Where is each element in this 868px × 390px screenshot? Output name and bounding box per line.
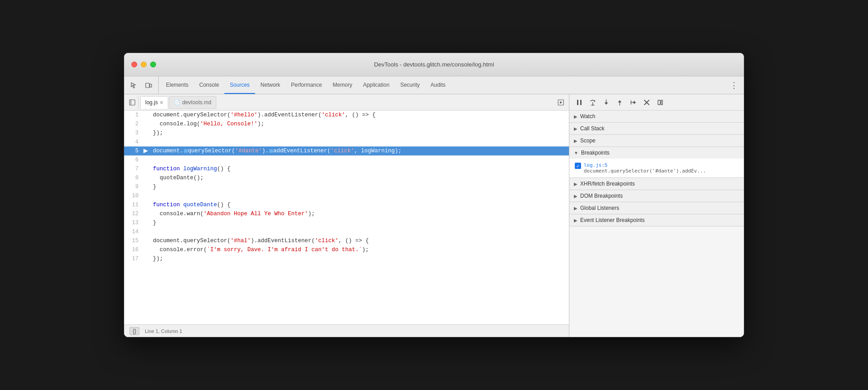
tab-bar-right: ⋮ (728, 76, 740, 94)
breakpoint-checkbox[interactable]: ✓ (575, 163, 581, 169)
svg-rect-0 (146, 83, 149, 88)
dom-breakpoints-header[interactable]: ▶ DOM Breakpoints (569, 190, 744, 202)
global-listeners-arrow: ▶ (574, 206, 577, 211)
maximize-button[interactable] (150, 62, 156, 67)
device-toolbar-icon[interactable] (142, 79, 155, 92)
devtools-window: DevTools - devtools.glitch.me/console/lo… (124, 53, 744, 337)
code-line-7: 7 function logWarning() { (124, 164, 569, 173)
code-line-14: 14 (124, 227, 569, 236)
file-icon: 📄 (174, 99, 180, 105)
tab-audits[interactable]: Audits (425, 76, 451, 94)
sidebar-toggle-button[interactable] (126, 96, 139, 109)
svg-rect-21 (658, 100, 660, 105)
dom-breakpoints-section: ▶ DOM Breakpoints (569, 190, 744, 202)
minimize-button[interactable] (141, 62, 147, 67)
breakpoints-content: ✓ log.js:5 document.querySelector('#dant… (569, 159, 744, 177)
watch-header[interactable]: ▶ Watch (569, 111, 744, 122)
status-bar: {} Line 1, Column 1 (124, 324, 569, 337)
xhr-breakpoints-header[interactable]: ▶ XHR/fetch Breakpoints (569, 178, 744, 190)
event-listener-arrow: ▶ (574, 218, 577, 223)
svg-marker-6 (143, 149, 148, 153)
tab-memory[interactable]: Memory (327, 76, 358, 94)
scope-header[interactable]: ▶ Scope (569, 135, 744, 146)
step-out-button[interactable] (613, 96, 626, 109)
code-line-1: 1 document.querySelector('#hello').addEv… (124, 111, 569, 120)
event-listener-breakpoints-header[interactable]: ▶ Event Listener Breakpoints (569, 214, 744, 226)
breakpoints-section: ▼ Breakpoints ✓ log.js:5 document.queryS… (569, 147, 744, 178)
breakpoint-item-1: ✓ log.js:5 document.querySelector('#dant… (569, 160, 744, 176)
svg-rect-22 (661, 100, 662, 105)
right-panel: ▶ Watch ▶ Call Stack ▶ Scope ▼ Bre (569, 94, 744, 337)
scope-section: ▶ Scope (569, 135, 744, 147)
file-tab-close-logjs[interactable]: × (160, 99, 163, 106)
code-line-3: 3 }); (124, 129, 569, 137)
scope-arrow: ▶ (574, 138, 577, 143)
global-listeners-header[interactable]: ▶ Global Listeners (569, 202, 744, 214)
code-line-9: 9 } (124, 182, 569, 191)
code-line-12: 12 console.warn('Abandon Hope All Ye Who… (124, 209, 569, 218)
step-into-button[interactable] (600, 96, 613, 109)
tab-elements[interactable]: Elements (161, 76, 194, 94)
code-editor[interactable]: 1 document.querySelector('#hello').addEv… (124, 111, 569, 324)
code-line-4: 4 (124, 137, 569, 146)
code-line-5: 5 document.querySelector('#dante').addEv… (124, 146, 569, 155)
tab-performance[interactable]: Performance (286, 76, 327, 94)
code-line-16: 16 console.error(`I'm sorry, Dave. I'm a… (124, 245, 569, 254)
breakpoint-info: log.js:5 document.querySelector('#dante'… (584, 162, 706, 174)
code-line-8: 8 quoteDante(); (124, 173, 569, 182)
tab-application[interactable]: Application (358, 76, 395, 94)
tab-bar-controls (128, 76, 159, 94)
svg-rect-1 (150, 84, 152, 87)
tab-network[interactable]: Network (255, 76, 286, 94)
svg-rect-2 (130, 100, 135, 105)
tab-sources[interactable]: Sources (224, 76, 255, 94)
code-line-10: 10 (124, 191, 569, 200)
tab-console[interactable]: Console (194, 76, 224, 94)
breakpoints-header[interactable]: ▼ Breakpoints (569, 147, 744, 159)
left-panel: log.js × 📄 devtools.md (124, 94, 569, 337)
svg-marker-5 (560, 101, 562, 104)
file-tab-devtoolsmd[interactable]: 📄 devtools.md (169, 96, 216, 109)
global-listeners-section: ▶ Global Listeners (569, 202, 744, 214)
inspector-icon[interactable] (128, 79, 140, 92)
pretty-print-button[interactable]: {} (130, 327, 139, 335)
step-back-button[interactable] (627, 96, 640, 109)
close-button[interactable] (131, 62, 137, 67)
pause-on-exception-button[interactable] (654, 96, 667, 109)
code-line-13: 13 } (124, 218, 569, 227)
pause-resume-button[interactable] (573, 96, 586, 109)
svg-marker-13 (604, 102, 608, 105)
traffic-lights (131, 62, 156, 67)
code-line-15: 15 document.querySelector('#hal').addEve… (124, 236, 569, 245)
devtools-body: log.js × 📄 devtools.md (124, 94, 744, 337)
window-title: DevTools - devtools.glitch.me/console/lo… (374, 61, 494, 68)
debugger-toolbar (569, 94, 744, 111)
tab-security[interactable]: Security (395, 76, 425, 94)
format-button-wrapper: {} (130, 327, 139, 335)
more-tabs-button[interactable]: ⋮ (728, 79, 740, 92)
code-line-2: 2 console.log('Hello, Console!'); (124, 120, 569, 129)
dom-arrow: ▶ (574, 194, 577, 199)
svg-marker-17 (634, 101, 636, 104)
call-stack-section: ▶ Call Stack (569, 123, 744, 135)
code-line-17: 17 }); (124, 254, 569, 263)
code-line-11: 11 function quoteDante() { (124, 200, 569, 209)
svg-rect-8 (580, 100, 582, 105)
run-snippet-button[interactable] (555, 96, 567, 109)
xhr-arrow: ▶ (574, 182, 577, 186)
title-bar: DevTools - devtools.glitch.me/console/lo… (124, 53, 744, 76)
watch-arrow: ▶ (574, 114, 577, 119)
event-listener-breakpoints-section: ▶ Event Listener Breakpoints (569, 214, 744, 226)
file-tab-logjs[interactable]: log.js × (140, 96, 168, 109)
svg-rect-7 (577, 100, 578, 105)
call-stack-arrow: ▶ (574, 126, 577, 131)
breakpoints-arrow: ▼ (574, 151, 578, 155)
cursor-position: Line 1, Column 1 (145, 328, 182, 334)
file-tabs: log.js × 📄 devtools.md (124, 94, 569, 111)
step-over-button[interactable] (586, 96, 599, 109)
deactivate-breakpoints-button[interactable] (640, 96, 653, 109)
xhr-breakpoints-section: ▶ XHR/fetch Breakpoints (569, 178, 744, 190)
file-tabs-right (555, 96, 567, 109)
call-stack-header[interactable]: ▶ Call Stack (569, 123, 744, 134)
tab-bar: Elements Console Sources Network Perform… (124, 76, 744, 94)
